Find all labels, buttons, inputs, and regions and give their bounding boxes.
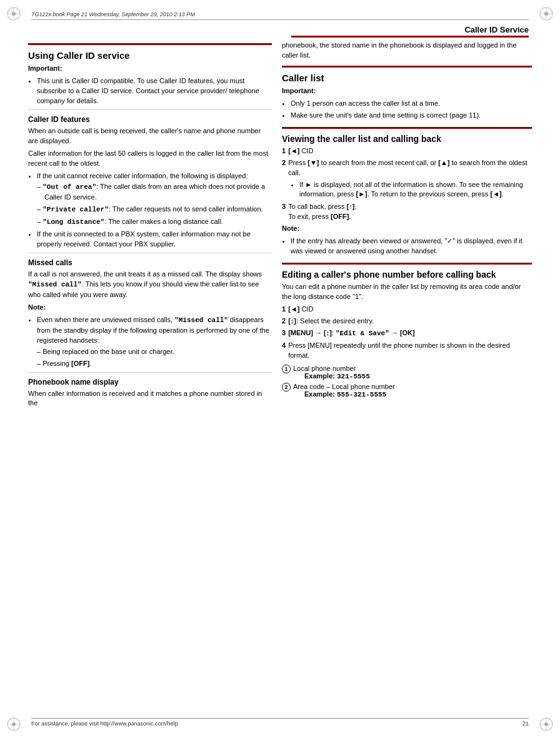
viewing-note-list: If the entry has already been viewed or … <box>291 236 532 256</box>
viewing-note-item: If the entry has already been viewed or … <box>291 236 532 256</box>
caller-list-item-2: Make sure the unit's date and time setti… <box>291 111 532 121</box>
features-bullet2: If the unit is connected to a PBX system… <box>37 230 272 250</box>
features-intro1: When an outside call is being received, … <box>28 126 272 146</box>
footer: For assistance, please visit http://www.… <box>31 718 529 727</box>
missed-calls-text: If a call is not answered, the unit trea… <box>28 270 272 300</box>
page-title: Caller ID Service <box>291 25 529 38</box>
example-2-content: Area code – Local phone number Example: … <box>293 383 395 398</box>
important-label: Important: <box>28 64 62 72</box>
viewing-step-2: 2 Press [▼] to search from the most rece… <box>282 158 532 178</box>
features-bullet1: If the unit cannot receive caller inform… <box>37 171 272 228</box>
missed-note-label: Note: <box>28 303 272 313</box>
svg-point-11 <box>12 722 16 726</box>
footer-text: For assistance, please visit http://www.… <box>31 720 178 727</box>
meta-text: TG122x.book Page 21 Wednesday, September… <box>31 11 195 18</box>
phonebook-text: When caller information is received and … <box>28 389 272 409</box>
missed-note-item: Even when there are unviewed missed call… <box>37 315 272 369</box>
list-item: This unit is Caller ID compatible. To us… <box>37 76 272 106</box>
top-divider-left <box>28 43 272 45</box>
svg-point-3 <box>12 12 16 16</box>
viewing-step-1: 1 [◄] CID <box>282 146 532 156</box>
example-1-content: Local phone number Example: 321-5555 <box>293 365 370 380</box>
main-heading: Using Caller ID service <box>28 50 272 61</box>
divider-phonebook <box>28 372 272 373</box>
caller-list-important-list: Only 1 person can access the caller list… <box>291 99 532 121</box>
editing-intro: You can edit a phone number in the calle… <box>282 282 532 302</box>
features-list: If the unit cannot receive caller inform… <box>37 171 272 250</box>
content-area: Using Caller ID service Important: This … <box>28 41 532 710</box>
viewing-heading: Viewing the caller list and calling back <box>282 134 532 144</box>
caller-list-important-label: Important: <box>282 87 316 94</box>
corner-mark-bl <box>5 715 22 733</box>
missed-note-list: Even when there are unviewed missed call… <box>37 315 272 369</box>
corner-mark-tl <box>5 5 22 23</box>
left-column: Using Caller ID service Important: This … <box>28 41 272 710</box>
editing-step-4: 4 Press [MENU] repeatedly until the phon… <box>282 341 532 361</box>
editing-heading: Editing a caller's phone number before c… <box>282 270 532 280</box>
dash-item-1: – "Out of area": The caller dials from a… <box>37 182 272 203</box>
important-list: This unit is Caller ID compatible. To us… <box>37 76 272 106</box>
corner-mark-tr <box>538 5 555 23</box>
viewing-step-2-note: If ► is displayed, not all of the inform… <box>299 180 532 200</box>
dash-item-3: – "Long distance": The caller makes a lo… <box>37 217 272 228</box>
circle-1: 1 <box>282 365 291 373</box>
viewing-step-3: 3 To call back, press [↑]. To exit, pres… <box>282 202 532 222</box>
dash-item-2: – "Private caller": The caller requests … <box>37 205 272 215</box>
divider-editing <box>282 263 532 265</box>
editing-step-2: 2 [↕]: Select the desired entry. <box>282 316 532 326</box>
caller-id-features-heading: Caller ID features <box>28 115 272 124</box>
page-container: TG122x.book Page 21 Wednesday, September… <box>0 0 560 738</box>
phonebook-continued: phonebook, the stored name in the phoneb… <box>282 41 532 61</box>
top-meta: TG122x.book Page 21 Wednesday, September… <box>31 11 529 20</box>
viewing-note-label: Note: <box>282 224 532 234</box>
example-2: 2 Area code – Local phone number Example… <box>282 383 532 398</box>
examples-container: 1 Local phone number Example: 321-5555 2… <box>282 365 532 398</box>
divider-viewing <box>282 127 532 129</box>
missed-dash-1: – Being replaced on the base unit or cha… <box>37 347 272 357</box>
svg-point-7 <box>544 12 548 16</box>
editing-step-3: 3 [MENU] → [↕]: "Edit & Save" → [OK] <box>282 328 532 339</box>
missed-dash-2: – Pressing [OFF]. <box>37 359 272 369</box>
caller-list-item-1: Only 1 person can access the caller list… <box>291 99 532 109</box>
circle-2: 2 <box>282 383 291 392</box>
divider-missed <box>28 253 272 253</box>
missed-calls-heading: Missed calls <box>28 258 272 267</box>
divider-caller-list <box>282 66 532 68</box>
editing-step-1: 1 [◄] CID <box>282 305 532 315</box>
caller-list-heading: Caller list <box>282 73 532 83</box>
phonebook-heading: Phonebook name display <box>28 378 272 387</box>
divider-features <box>28 109 272 110</box>
corner-mark-br <box>538 715 555 733</box>
footer-page-number: 21 <box>522 720 529 727</box>
example-1: 1 Local phone number Example: 321-5555 <box>282 365 532 380</box>
features-intro2: Caller information for the last 50 calle… <box>28 149 272 169</box>
right-column: phonebook, the stored name in the phoneb… <box>282 41 532 710</box>
svg-point-15 <box>544 722 548 726</box>
